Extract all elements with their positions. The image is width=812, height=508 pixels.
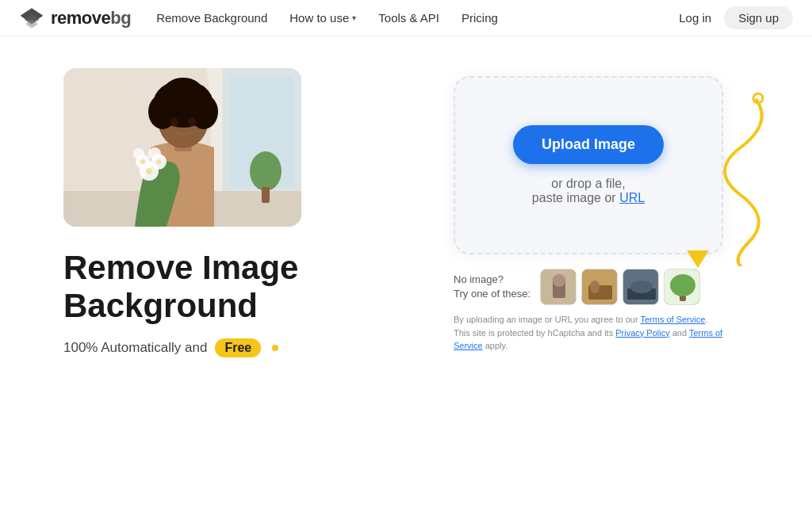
svg-point-34	[630, 281, 653, 293]
nav-how-to-use[interactable]: How to use ▾	[289, 11, 356, 25]
hero-title: Remove Image Background	[63, 249, 412, 326]
svg-point-7	[250, 151, 282, 191]
svg-point-24	[140, 159, 145, 164]
hero-illustration	[63, 68, 301, 227]
signup-button[interactable]: Sign up	[724, 6, 793, 29]
hero-image	[63, 68, 301, 227]
navbar: removebg Remove Background How to use ▾ …	[0, 0, 812, 36]
triangle-shape	[687, 250, 709, 268]
disclaimer-text: By uploading an image or URL you agree t…	[454, 313, 723, 353]
deco-squiggle	[693, 92, 788, 266]
upload-image-button[interactable]: Upload Image	[513, 125, 664, 164]
svg-point-23	[156, 159, 161, 164]
sample-thumbs	[540, 269, 700, 305]
chevron-down-icon: ▾	[352, 13, 356, 22]
nav-remove-background[interactable]: Remove Background	[156, 11, 267, 25]
svg-point-16	[188, 117, 196, 127]
badge-dot	[272, 345, 278, 351]
svg-point-22	[146, 168, 152, 174]
tos-link-1[interactable]: Terms of Service	[640, 315, 705, 324]
svg-point-15	[170, 117, 178, 127]
logo-link[interactable]: removebg	[19, 6, 131, 31]
hero-subtitle: 100% Automatically and Free	[63, 338, 412, 357]
nav-actions: Log in Sign up	[679, 6, 793, 29]
upload-card: Upload Image or drop a file, paste image…	[454, 76, 723, 254]
svg-point-20	[148, 147, 161, 160]
url-link[interactable]: URL	[619, 191, 645, 204]
svg-point-31	[590, 281, 599, 293]
logo-text: removebg	[51, 8, 131, 29]
hero-right: Upload Image or drop a file, paste image…	[412, 68, 764, 353]
free-badge: Free	[215, 338, 261, 357]
sample-thumb-1[interactable]	[540, 269, 576, 305]
sample-label: No image? Try one of these:	[454, 273, 530, 301]
hero-image-placeholder	[63, 68, 301, 227]
logo-icon	[19, 6, 44, 31]
svg-point-28	[553, 274, 565, 287]
privacy-link[interactable]: Privacy Policy	[615, 328, 669, 338]
sample-thumb-4[interactable]	[664, 269, 700, 305]
svg-point-37	[670, 274, 695, 296]
deco-triangle	[687, 250, 709, 268]
sample-thumb-3[interactable]	[622, 269, 659, 305]
sample-thumb-2[interactable]	[581, 269, 618, 305]
svg-rect-8	[262, 187, 270, 203]
nav-pricing[interactable]: Pricing	[462, 11, 498, 25]
drop-text: or drop a file, paste image or URL	[532, 177, 645, 205]
svg-point-14	[163, 78, 203, 106]
login-button[interactable]: Log in	[679, 11, 711, 25]
main-content: Remove Image Background 100% Automatical…	[0, 36, 812, 508]
hero-left: Remove Image Background 100% Automatical…	[63, 68, 412, 357]
nav-tools-api[interactable]: Tools & API	[378, 11, 439, 25]
nav-links: Remove Background How to use ▾ Tools & A…	[156, 11, 679, 25]
sample-images-row: No image? Try one of these:	[454, 269, 723, 305]
svg-point-21	[133, 148, 144, 159]
